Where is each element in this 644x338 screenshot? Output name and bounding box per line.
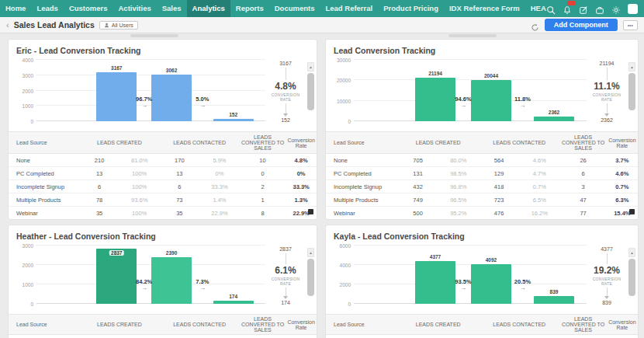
conversion-summary: 437719.2%CONVERSION RATE839 [588, 246, 625, 305]
top-navbar: HomeLeadsCustomersActivitiesSalesAnalyti… [0, 0, 644, 17]
notifications-bell-icon[interactable] [563, 4, 572, 13]
nav-item-lead-referral[interactable]: Lead Referral [320, 0, 378, 17]
bar-leads-converted-to-sales[interactable]: 2362 [534, 117, 574, 121]
nav-item-reports[interactable]: Reports [230, 0, 269, 17]
right-arrow-icon: → [187, 103, 218, 109]
column-header-leads-created: LEADS CREATED [397, 322, 479, 327]
table-row[interactable]: PC Completed13100%130%00% [9, 167, 317, 180]
settings-gear-icon[interactable] [611, 4, 621, 13]
lead-source-cell: Webinar [326, 210, 397, 217]
nav-item-home[interactable]: Home [0, 0, 31, 17]
converted-cell: 8 [240, 210, 286, 217]
search-icon[interactable] [546, 4, 556, 13]
nav-item-product-pricing[interactable]: Product Pricing [378, 0, 444, 17]
cards-grid: Eric - Lead Conversion Tracking400030002… [8, 39, 639, 338]
nav-item-customers[interactable]: Customers [64, 0, 113, 17]
user-filter-dropdown[interactable]: All Users [99, 21, 138, 30]
leads-created-cell: 500 [397, 210, 438, 217]
column-header-leads-contacted: LEADS CONTACTED [479, 140, 560, 145]
table-row[interactable]: None6758.2%397.7%34.5% [326, 335, 638, 338]
toolbar-more-button[interactable]: ••• [623, 20, 638, 30]
lead-source-cell: PC Completed [9, 170, 79, 177]
user-avatar[interactable] [628, 4, 638, 14]
column-header-conversion-rate: Conversion Rate [607, 138, 638, 148]
leads-contacted-cell: 723 [479, 197, 519, 204]
nav-item-sales[interactable]: Sales [157, 0, 187, 17]
nav-item-leads[interactable]: Leads [31, 0, 63, 17]
nav-item-activities[interactable]: Activities [113, 0, 157, 17]
y-tick-label: 10000 [329, 99, 351, 104]
conversion-summary: 28376.1%CONVERSION RATE174 [267, 246, 304, 305]
table-row[interactable]: Incomplete Signup43296.8%4180.7%30.7% [326, 180, 638, 193]
leads-created-cell: 78 [79, 197, 119, 204]
vertical-scrollbar[interactable]: ▲ [628, 62, 635, 110]
vertical-scrollbar-thumb[interactable] [628, 259, 635, 296]
add-component-button[interactable]: Add Component [545, 19, 618, 31]
created-pct-cell: 80.0% [438, 157, 479, 164]
conversion-rate-cell: 4.8% [286, 157, 317, 164]
table-header-row: Lead SourceLEADS CREATEDLEADS CONTACTEDL… [9, 314, 317, 335]
vertical-scrollbar[interactable]: ▲ [307, 248, 314, 296]
table-row[interactable]: Incomplete Signup6100%633.3%233.3% [9, 180, 317, 193]
bar-leads-converted-to-sales[interactable]: 152 [213, 119, 254, 121]
column-header-lead-source: Lead Source [326, 322, 397, 327]
vertical-scrollbar[interactable]: ▲ [307, 62, 314, 110]
table-row[interactable]: Multiple Products7893.6%731.4%11.3% [9, 193, 317, 207]
refresh-icon[interactable] [531, 21, 539, 30]
conversion-rate-block: 11.1%CONVERSION RATE [588, 82, 625, 101]
table-row[interactable]: PC Completed13198.5%1294.7%64.6% [326, 167, 638, 180]
column-header-lead-source: Lead Source [9, 140, 79, 145]
created-pct-cell: 100% [119, 210, 160, 217]
table-row[interactable]: Webinar35100%3522.9%822.9% [9, 207, 317, 220]
lead-source-cell: Webinar [9, 210, 79, 217]
scroll-up-button[interactable]: ▲ [628, 62, 635, 71]
bar-leads-converted-to-sales[interactable]: 174 [213, 301, 254, 304]
transition-rate: 7.3%→ [187, 278, 218, 291]
conversion-summary: 31674.8%CONVERSION RATE152 [267, 61, 304, 123]
scroll-down-button[interactable] [629, 209, 635, 214]
panel-lead-conversion-tracking: Lead Conversion Tracking3000020000100000… [325, 39, 639, 220]
leads-contacted-cell: 564 [479, 157, 519, 164]
panel-heather-lead-conversion-tracking: Heather - Lead Conversion Tracking300020… [8, 225, 317, 338]
compose-icon[interactable] [579, 4, 588, 13]
scroll-up-button[interactable]: ▲ [307, 248, 314, 257]
panel-title: Heather - Lead Conversion Tracking [9, 225, 317, 243]
vertical-scrollbar-thumb[interactable] [307, 259, 314, 296]
scroll-up-button[interactable]: ▲ [307, 62, 314, 71]
created-pct-cell: 96.8% [438, 183, 479, 190]
y-tick-label: 2000 [12, 89, 33, 94]
conversion-rate-value: 11.1% [588, 82, 625, 92]
user-filter-label: All Users [112, 23, 133, 28]
nav-item-analytics[interactable]: Analytics [187, 0, 230, 17]
gridline: 3000 [36, 245, 265, 246]
contacted-pct-cell: 4.7% [519, 170, 559, 177]
scroll-up-button[interactable]: ▲ [628, 248, 635, 257]
scroll-down-button[interactable] [308, 209, 313, 214]
table-row[interactable]: None10635.8%3810.5%43.8% [9, 335, 317, 338]
bar-leads-converted-to-sales[interactable]: 839 [534, 296, 574, 304]
table-row[interactable]: None70580.0%5644.6%263.7% [326, 154, 638, 167]
app-window: HomeLeadsCustomersActivitiesSalesAnalyti… [0, 0, 644, 338]
briefcase-icon[interactable] [595, 4, 604, 13]
vertical-scrollbar[interactable]: ▲ [628, 248, 635, 296]
bar-leads-created[interactable]: 2837 [96, 249, 137, 304]
horizontal-scrollbar-thumb[interactable] [130, 34, 178, 37]
table-row[interactable]: Webinar50095.2%47616.2%7715.4% [326, 207, 638, 220]
horizontal-scrollbar-thumb[interactable] [448, 34, 497, 37]
table-row[interactable]: Multiple Products74996.5%7236.5%476.3% [326, 193, 638, 207]
nav-item-idx-reference-form[interactable]: IDX Reference Form [444, 0, 525, 17]
contacted-pct-cell: 22.9% [199, 210, 240, 217]
converted-cell: 47 [559, 197, 606, 204]
nav-item-heart[interactable]: HEART [525, 0, 546, 17]
y-tick-label: 1000 [12, 103, 33, 109]
summary-bottom-value: 174 [281, 300, 290, 305]
table-row[interactable]: None21081.0%1705.9%104.8% [9, 154, 317, 167]
y-tick-label: 4000 [329, 263, 351, 268]
converted-cell: 26 [559, 157, 606, 164]
back-chevron-icon[interactable]: ‹ [6, 21, 9, 30]
created-pct-cell: 100% [119, 183, 160, 190]
vertical-scrollbar-thumb[interactable] [628, 73, 635, 110]
vertical-scrollbar-thumb[interactable] [307, 73, 314, 110]
nav-item-documents[interactable]: Documents [269, 0, 320, 17]
bar-value-label: 4092 [486, 257, 497, 263]
